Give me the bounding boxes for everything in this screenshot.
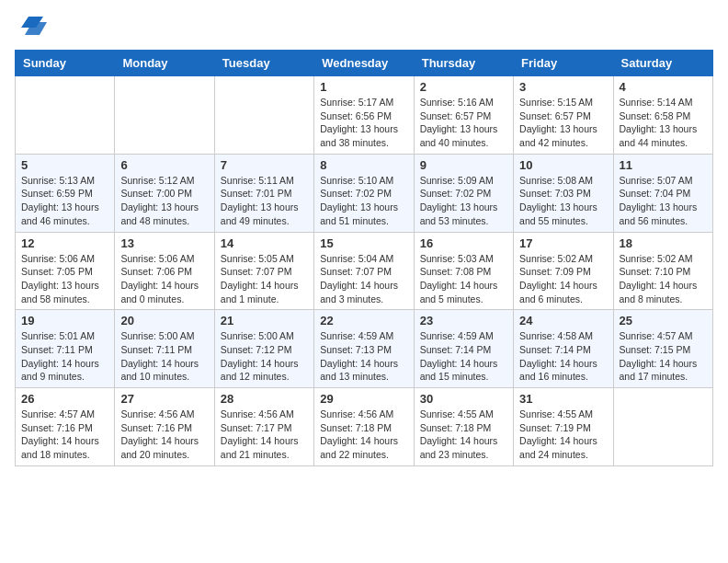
day-info: Sunrise: 4:56 AM Sunset: 7:18 PM Dayligh… xyxy=(320,408,407,462)
day-info: Sunrise: 4:55 AM Sunset: 7:18 PM Dayligh… xyxy=(420,408,507,462)
day-number: 16 xyxy=(420,236,507,250)
day-number: 1 xyxy=(320,80,407,94)
calendar-cell: 4Sunrise: 5:14 AM Sunset: 6:58 PM Daylig… xyxy=(613,76,712,155)
calendar-cell: 19Sunrise: 5:01 AM Sunset: 7:11 PM Dayli… xyxy=(16,310,115,388)
day-info: Sunrise: 4:56 AM Sunset: 7:16 PM Dayligh… xyxy=(120,408,208,462)
calendar-cell: 3Sunrise: 5:15 AM Sunset: 6:57 PM Daylig… xyxy=(514,76,613,155)
day-number: 6 xyxy=(120,158,208,172)
calendar-cell: 20Sunrise: 5:00 AM Sunset: 7:11 PM Dayli… xyxy=(115,310,214,388)
calendar-cell: 8Sunrise: 5:10 AM Sunset: 7:02 PM Daylig… xyxy=(314,154,414,232)
day-number: 2 xyxy=(420,80,507,94)
day-number: 14 xyxy=(221,236,308,250)
calendar-cell: 24Sunrise: 4:58 AM Sunset: 7:14 PM Dayli… xyxy=(514,310,613,388)
calendar-cell: 6Sunrise: 5:12 AM Sunset: 7:00 PM Daylig… xyxy=(115,154,214,232)
day-number: 10 xyxy=(519,158,607,172)
day-info: Sunrise: 4:59 AM Sunset: 7:13 PM Dayligh… xyxy=(320,329,407,384)
calendar-cell xyxy=(115,76,214,155)
calendar-cell: 28Sunrise: 4:56 AM Sunset: 7:17 PM Dayli… xyxy=(214,388,313,466)
calendar-table: SundayMondayTuesdayWednesdayThursdayFrid… xyxy=(15,50,713,466)
day-number: 11 xyxy=(620,158,707,172)
day-info: Sunrise: 4:55 AM Sunset: 7:19 PM Dayligh… xyxy=(519,408,607,462)
day-number: 7 xyxy=(221,158,308,172)
day-info: Sunrise: 5:11 AM Sunset: 7:01 PM Dayligh… xyxy=(221,174,308,228)
calendar-header-row: SundayMondayTuesdayWednesdayThursdayFrid… xyxy=(16,51,713,76)
day-info: Sunrise: 5:06 AM Sunset: 7:06 PM Dayligh… xyxy=(120,252,208,306)
calendar-cell xyxy=(16,76,115,155)
day-info: Sunrise: 4:56 AM Sunset: 7:17 PM Dayligh… xyxy=(221,408,308,462)
calendar-cell: 12Sunrise: 5:06 AM Sunset: 7:05 PM Dayli… xyxy=(16,232,115,310)
day-number: 4 xyxy=(620,80,707,94)
calendar-cell xyxy=(214,76,313,155)
calendar-cell: 27Sunrise: 4:56 AM Sunset: 7:16 PM Dayli… xyxy=(115,388,214,466)
calendar-cell: 15Sunrise: 5:04 AM Sunset: 7:07 PM Dayli… xyxy=(314,232,414,310)
calendar-cell: 1Sunrise: 5:17 AM Sunset: 6:56 PM Daylig… xyxy=(314,76,414,155)
day-number: 25 xyxy=(620,314,707,327)
day-info: Sunrise: 5:00 AM Sunset: 7:12 PM Dayligh… xyxy=(221,329,308,384)
calendar-cell: 23Sunrise: 4:59 AM Sunset: 7:14 PM Dayli… xyxy=(414,310,513,388)
calendar-week-row: 5Sunrise: 5:13 AM Sunset: 6:59 PM Daylig… xyxy=(16,154,713,232)
calendar-cell: 22Sunrise: 4:59 AM Sunset: 7:13 PM Dayli… xyxy=(314,310,414,388)
logo-icon xyxy=(17,9,47,39)
day-info: Sunrise: 5:04 AM Sunset: 7:07 PM Dayligh… xyxy=(320,252,407,306)
calendar-cell: 31Sunrise: 4:55 AM Sunset: 7:19 PM Dayli… xyxy=(514,388,613,466)
calendar-week-row: 19Sunrise: 5:01 AM Sunset: 7:11 PM Dayli… xyxy=(16,310,713,388)
logo xyxy=(15,15,47,39)
day-info: Sunrise: 5:01 AM Sunset: 7:11 PM Dayligh… xyxy=(21,329,108,384)
day-number: 5 xyxy=(21,158,108,172)
day-of-week-header: Tuesday xyxy=(214,51,313,76)
calendar-cell: 30Sunrise: 4:55 AM Sunset: 7:18 PM Dayli… xyxy=(414,388,513,466)
day-number: 22 xyxy=(320,314,407,327)
day-of-week-header: Sunday xyxy=(16,51,115,76)
day-info: Sunrise: 5:03 AM Sunset: 7:08 PM Dayligh… xyxy=(420,252,507,306)
day-number: 3 xyxy=(519,80,607,94)
day-number: 31 xyxy=(519,392,607,406)
calendar-cell: 11Sunrise: 5:07 AM Sunset: 7:04 PM Dayli… xyxy=(613,154,712,232)
day-of-week-header: Monday xyxy=(115,51,214,76)
day-number: 26 xyxy=(21,392,108,406)
day-number: 29 xyxy=(320,392,407,406)
day-info: Sunrise: 4:57 AM Sunset: 7:15 PM Dayligh… xyxy=(620,329,707,384)
day-number: 19 xyxy=(21,314,108,327)
calendar-cell: 29Sunrise: 4:56 AM Sunset: 7:18 PM Dayli… xyxy=(314,388,414,466)
day-info: Sunrise: 5:12 AM Sunset: 7:00 PM Dayligh… xyxy=(120,174,208,228)
day-info: Sunrise: 5:05 AM Sunset: 7:07 PM Dayligh… xyxy=(221,252,308,306)
day-info: Sunrise: 5:15 AM Sunset: 6:57 PM Dayligh… xyxy=(519,96,607,150)
calendar-cell: 18Sunrise: 5:02 AM Sunset: 7:10 PM Dayli… xyxy=(613,232,712,310)
day-number: 27 xyxy=(120,392,208,406)
day-number: 13 xyxy=(120,236,208,250)
calendar-cell: 7Sunrise: 5:11 AM Sunset: 7:01 PM Daylig… xyxy=(214,154,313,232)
calendar-cell: 2Sunrise: 5:16 AM Sunset: 6:57 PM Daylig… xyxy=(414,76,513,155)
day-info: Sunrise: 5:16 AM Sunset: 6:57 PM Dayligh… xyxy=(420,96,507,150)
calendar-cell: 25Sunrise: 4:57 AM Sunset: 7:15 PM Dayli… xyxy=(613,310,712,388)
calendar-cell: 14Sunrise: 5:05 AM Sunset: 7:07 PM Dayli… xyxy=(214,232,313,310)
day-info: Sunrise: 5:02 AM Sunset: 7:09 PM Dayligh… xyxy=(519,252,607,306)
day-number: 23 xyxy=(420,314,507,327)
calendar-cell: 17Sunrise: 5:02 AM Sunset: 7:09 PM Dayli… xyxy=(514,232,613,310)
day-of-week-header: Wednesday xyxy=(314,51,414,76)
day-info: Sunrise: 4:59 AM Sunset: 7:14 PM Dayligh… xyxy=(420,329,507,384)
calendar-cell: 10Sunrise: 5:08 AM Sunset: 7:03 PM Dayli… xyxy=(514,154,613,232)
day-number: 8 xyxy=(320,158,407,172)
day-info: Sunrise: 5:06 AM Sunset: 7:05 PM Dayligh… xyxy=(21,252,108,306)
day-number: 18 xyxy=(620,236,707,250)
calendar-cell: 26Sunrise: 4:57 AM Sunset: 7:16 PM Dayli… xyxy=(16,388,115,466)
calendar-cell: 16Sunrise: 5:03 AM Sunset: 7:08 PM Dayli… xyxy=(414,232,513,310)
calendar-week-row: 1Sunrise: 5:17 AM Sunset: 6:56 PM Daylig… xyxy=(16,76,713,155)
calendar-week-row: 26Sunrise: 4:57 AM Sunset: 7:16 PM Dayli… xyxy=(16,388,713,466)
calendar-cell: 13Sunrise: 5:06 AM Sunset: 7:06 PM Dayli… xyxy=(115,232,214,310)
day-info: Sunrise: 5:08 AM Sunset: 7:03 PM Dayligh… xyxy=(519,174,607,228)
calendar-cell: 5Sunrise: 5:13 AM Sunset: 6:59 PM Daylig… xyxy=(16,154,115,232)
day-info: Sunrise: 4:58 AM Sunset: 7:14 PM Dayligh… xyxy=(519,329,607,384)
calendar-cell: 21Sunrise: 5:00 AM Sunset: 7:12 PM Dayli… xyxy=(214,310,313,388)
day-info: Sunrise: 4:57 AM Sunset: 7:16 PM Dayligh… xyxy=(21,408,108,462)
day-number: 17 xyxy=(519,236,607,250)
day-number: 15 xyxy=(320,236,407,250)
calendar-cell xyxy=(613,388,712,466)
day-of-week-header: Friday xyxy=(514,51,613,76)
day-info: Sunrise: 5:02 AM Sunset: 7:10 PM Dayligh… xyxy=(620,252,707,306)
day-number: 21 xyxy=(221,314,308,327)
day-number: 24 xyxy=(519,314,607,327)
day-of-week-header: Thursday xyxy=(414,51,513,76)
day-number: 28 xyxy=(221,392,308,406)
day-number: 12 xyxy=(21,236,108,250)
